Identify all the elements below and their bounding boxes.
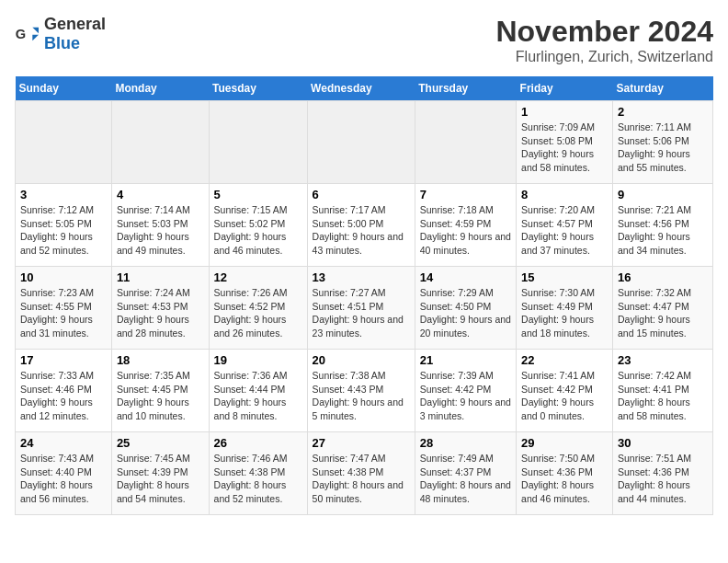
day-info: Sunrise: 7:42 AM Sunset: 4:41 PM Dayligh… (618, 369, 708, 423)
day-info: Sunrise: 7:11 AM Sunset: 5:06 PM Dayligh… (618, 121, 708, 175)
calendar-header: SundayMondayTuesdayWednesdayThursdayFrid… (16, 76, 713, 101)
calendar-cell: 5Sunrise: 7:15 AM Sunset: 5:02 PM Daylig… (209, 184, 307, 267)
day-number: 10 (20, 270, 107, 284)
day-number: 25 (117, 436, 204, 450)
calendar-cell: 29Sunrise: 7:50 AM Sunset: 4:36 PM Dayli… (517, 432, 613, 515)
day-info: Sunrise: 7:20 AM Sunset: 4:57 PM Dayligh… (521, 203, 608, 258)
calendar-cell: 13Sunrise: 7:27 AM Sunset: 4:51 PM Dayli… (307, 267, 415, 350)
day-number: 22 (521, 353, 608, 367)
svg-text:G: G (16, 27, 26, 41)
calendar-cell (209, 101, 307, 184)
calendar-cell: 30Sunrise: 7:51 AM Sunset: 4:36 PM Dayli… (613, 432, 713, 515)
title-area: November 2024 Flurlingen, Zurich, Switze… (495, 15, 713, 65)
day-info: Sunrise: 7:26 AM Sunset: 4:52 PM Dayligh… (214, 286, 302, 340)
day-number: 7 (420, 188, 511, 201)
logo-general: General (44, 15, 106, 33)
calendar-cell: 4Sunrise: 7:14 AM Sunset: 5:03 PM Daylig… (111, 184, 209, 267)
day-number: 20 (313, 353, 410, 367)
day-number: 26 (214, 436, 302, 450)
day-number: 24 (20, 436, 107, 450)
day-info: Sunrise: 7:36 AM Sunset: 4:44 PM Dayligh… (214, 369, 302, 423)
weekday-header: Tuesday (209, 76, 307, 101)
calendar-cell: 10Sunrise: 7:23 AM Sunset: 4:55 PM Dayli… (16, 267, 112, 350)
calendar-week-row: 24Sunrise: 7:43 AM Sunset: 4:40 PM Dayli… (16, 432, 713, 515)
calendar-cell: 24Sunrise: 7:43 AM Sunset: 4:40 PM Dayli… (16, 432, 112, 515)
day-number: 18 (117, 353, 204, 367)
day-number: 1 (521, 105, 608, 119)
calendar-cell: 26Sunrise: 7:46 AM Sunset: 4:38 PM Dayli… (209, 432, 307, 515)
day-number: 23 (618, 353, 708, 367)
calendar-cell: 27Sunrise: 7:47 AM Sunset: 4:38 PM Dayli… (307, 432, 415, 515)
weekday-header: Thursday (415, 76, 516, 101)
logo: G General Blue (15, 15, 106, 53)
day-info: Sunrise: 7:29 AM Sunset: 4:50 PM Dayligh… (420, 286, 511, 340)
calendar-cell: 7Sunrise: 7:18 AM Sunset: 4:59 PM Daylig… (415, 184, 516, 267)
calendar-body: 1Sunrise: 7:09 AM Sunset: 5:08 PM Daylig… (16, 101, 713, 515)
calendar-cell: 15Sunrise: 7:30 AM Sunset: 4:49 PM Dayli… (517, 267, 613, 350)
day-number: 29 (521, 436, 608, 450)
day-info: Sunrise: 7:45 AM Sunset: 4:39 PM Dayligh… (117, 452, 204, 506)
day-info: Sunrise: 7:50 AM Sunset: 4:36 PM Dayligh… (521, 452, 608, 506)
day-number: 28 (420, 436, 511, 450)
calendar-cell: 14Sunrise: 7:29 AM Sunset: 4:50 PM Dayli… (415, 267, 516, 350)
calendar-cell (415, 101, 516, 184)
calendar-cell: 1Sunrise: 7:09 AM Sunset: 5:08 PM Daylig… (517, 101, 613, 184)
calendar-cell: 12Sunrise: 7:26 AM Sunset: 4:52 PM Dayli… (209, 267, 307, 350)
svg-marker-2 (32, 35, 39, 41)
day-info: Sunrise: 7:27 AM Sunset: 4:51 PM Dayligh… (313, 286, 410, 340)
day-info: Sunrise: 7:18 AM Sunset: 4:59 PM Dayligh… (420, 203, 511, 258)
day-number: 6 (313, 188, 410, 201)
calendar-week-row: 17Sunrise: 7:33 AM Sunset: 4:46 PM Dayli… (16, 350, 713, 432)
day-info: Sunrise: 7:33 AM Sunset: 4:46 PM Dayligh… (20, 369, 107, 423)
day-info: Sunrise: 7:35 AM Sunset: 4:45 PM Dayligh… (117, 369, 204, 423)
weekday-header: Friday (517, 76, 613, 101)
day-number: 8 (521, 188, 608, 201)
day-number: 4 (117, 188, 204, 201)
day-info: Sunrise: 7:12 AM Sunset: 5:05 PM Dayligh… (20, 203, 107, 258)
calendar-cell: 28Sunrise: 7:49 AM Sunset: 4:37 PM Dayli… (415, 432, 516, 515)
calendar-cell: 16Sunrise: 7:32 AM Sunset: 4:47 PM Dayli… (613, 267, 713, 350)
calendar-cell: 21Sunrise: 7:39 AM Sunset: 4:42 PM Dayli… (415, 350, 516, 432)
day-number: 21 (420, 353, 511, 367)
day-info: Sunrise: 7:24 AM Sunset: 4:53 PM Dayligh… (117, 286, 204, 340)
day-info: Sunrise: 7:17 AM Sunset: 5:00 PM Dayligh… (313, 203, 410, 258)
day-number: 9 (618, 188, 708, 201)
day-info: Sunrise: 7:41 AM Sunset: 4:42 PM Dayligh… (521, 369, 608, 423)
weekday-header: Sunday (16, 76, 112, 101)
weekday-header-row: SundayMondayTuesdayWednesdayThursdayFrid… (16, 76, 713, 101)
day-info: Sunrise: 7:30 AM Sunset: 4:49 PM Dayligh… (521, 286, 608, 340)
logo-wordmark: General Blue (44, 15, 106, 53)
calendar-cell: 2Sunrise: 7:11 AM Sunset: 5:06 PM Daylig… (613, 101, 713, 184)
calendar-cell: 11Sunrise: 7:24 AM Sunset: 4:53 PM Dayli… (111, 267, 209, 350)
calendar-cell: 18Sunrise: 7:35 AM Sunset: 4:45 PM Dayli… (111, 350, 209, 432)
calendar-cell: 9Sunrise: 7:21 AM Sunset: 4:56 PM Daylig… (613, 184, 713, 267)
weekday-header: Wednesday (307, 76, 415, 101)
day-info: Sunrise: 7:39 AM Sunset: 4:42 PM Dayligh… (420, 369, 511, 423)
calendar-week-row: 1Sunrise: 7:09 AM Sunset: 5:08 PM Daylig… (16, 101, 713, 184)
weekday-header: Monday (111, 76, 209, 101)
day-number: 27 (313, 436, 410, 450)
day-number: 14 (420, 270, 511, 284)
calendar-table: SundayMondayTuesdayWednesdayThursdayFrid… (15, 76, 713, 515)
day-info: Sunrise: 7:23 AM Sunset: 4:55 PM Dayligh… (20, 286, 107, 340)
calendar-cell: 25Sunrise: 7:45 AM Sunset: 4:39 PM Dayli… (111, 432, 209, 515)
location-title: Flurlingen, Zurich, Switzerland (495, 49, 713, 65)
day-info: Sunrise: 7:46 AM Sunset: 4:38 PM Dayligh… (214, 452, 302, 506)
day-info: Sunrise: 7:47 AM Sunset: 4:38 PM Dayligh… (313, 452, 410, 506)
day-info: Sunrise: 7:14 AM Sunset: 5:03 PM Dayligh… (117, 203, 204, 258)
weekday-header: Saturday (613, 76, 713, 101)
calendar-cell (307, 101, 415, 184)
day-number: 12 (214, 270, 302, 284)
day-number: 15 (521, 270, 608, 284)
day-number: 17 (20, 353, 107, 367)
calendar-cell: 23Sunrise: 7:42 AM Sunset: 4:41 PM Dayli… (613, 350, 713, 432)
logo-blue: Blue (44, 34, 80, 52)
day-number: 2 (618, 105, 708, 119)
calendar-cell (111, 101, 209, 184)
day-number: 5 (214, 188, 302, 201)
calendar-cell: 6Sunrise: 7:17 AM Sunset: 5:00 PM Daylig… (307, 184, 415, 267)
calendar-cell: 17Sunrise: 7:33 AM Sunset: 4:46 PM Dayli… (16, 350, 112, 432)
calendar-cell: 20Sunrise: 7:38 AM Sunset: 4:43 PM Dayli… (307, 350, 415, 432)
calendar-cell: 8Sunrise: 7:20 AM Sunset: 4:57 PM Daylig… (517, 184, 613, 267)
calendar-cell (16, 101, 112, 184)
